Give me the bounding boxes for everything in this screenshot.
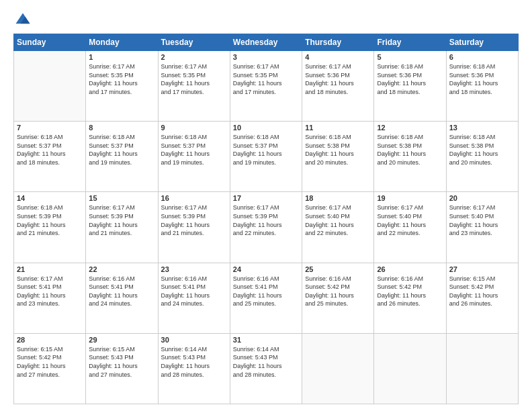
- calendar-table: SundayMondayTuesdayWednesdayThursdayFrid…: [13, 34, 519, 404]
- weekday-header-saturday: Saturday: [446, 34, 518, 51]
- day-info: Sunrise: 6:18 AM Sunset: 5:37 PM Dayligh…: [161, 133, 227, 167]
- day-number: 29: [89, 336, 154, 344]
- day-number: 17: [233, 194, 299, 202]
- calendar-cell: 21Sunrise: 6:17 AM Sunset: 5:41 PM Dayli…: [14, 263, 86, 333]
- day-info: Sunrise: 6:18 AM Sunset: 5:38 PM Dayligh…: [305, 133, 371, 167]
- day-number: 7: [17, 124, 83, 132]
- day-info: Sunrise: 6:17 AM Sunset: 5:35 PM Dayligh…: [161, 62, 227, 96]
- day-info: Sunrise: 6:17 AM Sunset: 5:36 PM Dayligh…: [305, 62, 371, 96]
- header: [13, 11, 519, 30]
- day-number: 15: [89, 194, 154, 202]
- calendar-cell: 25Sunrise: 6:16 AM Sunset: 5:42 PM Dayli…: [302, 263, 374, 333]
- day-info: Sunrise: 6:17 AM Sunset: 5:39 PM Dayligh…: [89, 203, 154, 237]
- calendar-cell: 4Sunrise: 6:17 AM Sunset: 5:36 PM Daylig…: [302, 51, 374, 122]
- day-number: 30: [161, 336, 227, 344]
- calendar-cell: 23Sunrise: 6:16 AM Sunset: 5:41 PM Dayli…: [158, 263, 230, 333]
- calendar-cell: 19Sunrise: 6:17 AM Sunset: 5:40 PM Dayli…: [374, 192, 446, 263]
- day-number: 11: [305, 124, 371, 132]
- calendar-cell: [302, 333, 374, 404]
- weekday-header-monday: Monday: [86, 34, 158, 51]
- day-info: Sunrise: 6:16 AM Sunset: 5:41 PM Dayligh…: [233, 275, 299, 308]
- calendar-week-row: 14Sunrise: 6:18 AM Sunset: 5:39 PM Dayli…: [14, 192, 519, 263]
- calendar-cell: 3Sunrise: 6:17 AM Sunset: 5:35 PM Daylig…: [230, 51, 302, 122]
- calendar-cell: 8Sunrise: 6:18 AM Sunset: 5:37 PM Daylig…: [86, 122, 158, 192]
- weekday-header-friday: Friday: [374, 34, 446, 51]
- calendar-cell: 20Sunrise: 6:17 AM Sunset: 5:40 PM Dayli…: [446, 192, 518, 263]
- day-number: 2: [161, 53, 227, 61]
- day-info: Sunrise: 6:14 AM Sunset: 5:43 PM Dayligh…: [161, 345, 227, 379]
- day-number: 21: [17, 265, 83, 273]
- day-info: Sunrise: 6:16 AM Sunset: 5:42 PM Dayligh…: [377, 275, 443, 308]
- calendar-cell: 30Sunrise: 6:14 AM Sunset: 5:43 PM Dayli…: [158, 333, 230, 404]
- day-number: 5: [377, 53, 443, 61]
- calendar-cell: 7Sunrise: 6:18 AM Sunset: 5:37 PM Daylig…: [14, 122, 86, 192]
- day-number: 25: [305, 265, 371, 273]
- calendar-cell: 24Sunrise: 6:16 AM Sunset: 5:41 PM Dayli…: [230, 263, 302, 333]
- calendar-cell: 18Sunrise: 6:17 AM Sunset: 5:40 PM Dayli…: [302, 192, 374, 263]
- calendar-cell: 11Sunrise: 6:18 AM Sunset: 5:38 PM Dayli…: [302, 122, 374, 192]
- day-info: Sunrise: 6:17 AM Sunset: 5:35 PM Dayligh…: [233, 62, 299, 96]
- day-info: Sunrise: 6:15 AM Sunset: 5:42 PM Dayligh…: [17, 345, 83, 379]
- calendar-cell: 31Sunrise: 6:14 AM Sunset: 5:43 PM Dayli…: [230, 333, 302, 404]
- day-number: 3: [233, 53, 299, 61]
- day-info: Sunrise: 6:17 AM Sunset: 5:40 PM Dayligh…: [377, 203, 443, 237]
- day-info: Sunrise: 6:18 AM Sunset: 5:38 PM Dayligh…: [377, 133, 443, 167]
- day-info: Sunrise: 6:15 AM Sunset: 5:43 PM Dayligh…: [89, 345, 154, 379]
- day-info: Sunrise: 6:17 AM Sunset: 5:35 PM Dayligh…: [89, 62, 154, 96]
- calendar-week-row: 1Sunrise: 6:17 AM Sunset: 5:35 PM Daylig…: [14, 51, 519, 122]
- day-info: Sunrise: 6:18 AM Sunset: 5:36 PM Dayligh…: [377, 62, 443, 96]
- calendar-header-row: SundayMondayTuesdayWednesdayThursdayFrid…: [14, 34, 519, 51]
- day-number: 24: [233, 265, 299, 273]
- calendar-cell: 9Sunrise: 6:18 AM Sunset: 5:37 PM Daylig…: [158, 122, 230, 192]
- weekday-header-tuesday: Tuesday: [158, 34, 230, 51]
- logo-icon: [13, 11, 32, 30]
- day-number: 18: [305, 194, 371, 202]
- calendar-cell: 15Sunrise: 6:17 AM Sunset: 5:39 PM Dayli…: [86, 192, 158, 263]
- calendar-cell: 1Sunrise: 6:17 AM Sunset: 5:35 PM Daylig…: [86, 51, 158, 122]
- calendar-week-row: 7Sunrise: 6:18 AM Sunset: 5:37 PM Daylig…: [14, 122, 519, 192]
- calendar-cell: 28Sunrise: 6:15 AM Sunset: 5:42 PM Dayli…: [14, 333, 86, 404]
- logo: [13, 11, 35, 30]
- day-info: Sunrise: 6:18 AM Sunset: 5:39 PM Dayligh…: [17, 203, 83, 237]
- calendar-cell: [374, 333, 446, 404]
- day-info: Sunrise: 6:17 AM Sunset: 5:39 PM Dayligh…: [161, 203, 227, 237]
- day-number: 14: [17, 194, 83, 202]
- day-number: 4: [305, 53, 371, 61]
- calendar-cell: 12Sunrise: 6:18 AM Sunset: 5:38 PM Dayli…: [374, 122, 446, 192]
- calendar-cell: 27Sunrise: 6:15 AM Sunset: 5:42 PM Dayli…: [446, 263, 518, 333]
- calendar-cell: [446, 333, 518, 404]
- day-info: Sunrise: 6:17 AM Sunset: 5:40 PM Dayligh…: [449, 203, 515, 237]
- weekday-header-wednesday: Wednesday: [230, 34, 302, 51]
- day-number: 31: [233, 336, 299, 344]
- day-number: 13: [449, 124, 515, 132]
- calendar-cell: 29Sunrise: 6:15 AM Sunset: 5:43 PM Dayli…: [86, 333, 158, 404]
- calendar-week-row: 28Sunrise: 6:15 AM Sunset: 5:42 PM Dayli…: [14, 333, 519, 404]
- calendar-cell: 13Sunrise: 6:18 AM Sunset: 5:38 PM Dayli…: [446, 122, 518, 192]
- calendar-cell: 26Sunrise: 6:16 AM Sunset: 5:42 PM Dayli…: [374, 263, 446, 333]
- day-info: Sunrise: 6:17 AM Sunset: 5:39 PM Dayligh…: [233, 203, 299, 237]
- calendar-week-row: 21Sunrise: 6:17 AM Sunset: 5:41 PM Dayli…: [14, 263, 519, 333]
- day-number: 12: [377, 124, 443, 132]
- day-number: 10: [233, 124, 299, 132]
- calendar-cell: [14, 51, 86, 122]
- day-number: 6: [449, 53, 515, 61]
- day-info: Sunrise: 6:18 AM Sunset: 5:37 PM Dayligh…: [89, 133, 154, 167]
- day-number: 27: [449, 265, 515, 273]
- day-info: Sunrise: 6:14 AM Sunset: 5:43 PM Dayligh…: [233, 345, 299, 379]
- day-info: Sunrise: 6:16 AM Sunset: 5:41 PM Dayligh…: [161, 275, 227, 308]
- day-number: 23: [161, 265, 227, 273]
- day-info: Sunrise: 6:17 AM Sunset: 5:40 PM Dayligh…: [305, 203, 371, 237]
- day-number: 16: [161, 194, 227, 202]
- day-info: Sunrise: 6:16 AM Sunset: 5:41 PM Dayligh…: [89, 275, 154, 308]
- weekday-header-sunday: Sunday: [14, 34, 86, 51]
- calendar-cell: 10Sunrise: 6:18 AM Sunset: 5:37 PM Dayli…: [230, 122, 302, 192]
- calendar-cell: 14Sunrise: 6:18 AM Sunset: 5:39 PM Dayli…: [14, 192, 86, 263]
- day-info: Sunrise: 6:18 AM Sunset: 5:37 PM Dayligh…: [233, 133, 299, 167]
- day-info: Sunrise: 6:16 AM Sunset: 5:42 PM Dayligh…: [305, 275, 371, 308]
- weekday-header-thursday: Thursday: [302, 34, 374, 51]
- calendar-cell: 16Sunrise: 6:17 AM Sunset: 5:39 PM Dayli…: [158, 192, 230, 263]
- day-info: Sunrise: 6:18 AM Sunset: 5:36 PM Dayligh…: [449, 62, 515, 96]
- calendar-cell: 6Sunrise: 6:18 AM Sunset: 5:36 PM Daylig…: [446, 51, 518, 122]
- day-number: 9: [161, 124, 227, 132]
- day-number: 1: [89, 53, 154, 61]
